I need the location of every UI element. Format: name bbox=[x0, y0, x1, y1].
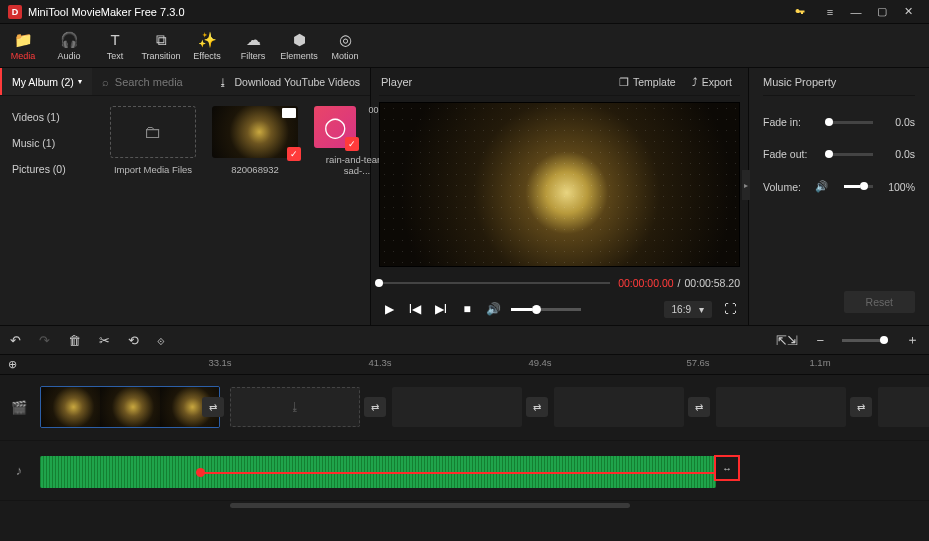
player-seekbar[interactable]: 00:00:00.00 / 00:00:58.20 bbox=[379, 273, 740, 293]
sidebar-item-videos[interactable]: Videos (1) bbox=[0, 104, 100, 130]
download-youtube-button[interactable]: ⭳Download YouTube Videos bbox=[208, 76, 370, 88]
media-panel: My Album (2)▾ ⌕Search media ⭳Download Yo… bbox=[0, 68, 370, 325]
panel-collapse-button[interactable]: ▸ bbox=[742, 170, 750, 200]
empty-clip-slot[interactable] bbox=[554, 387, 684, 427]
transition-slot[interactable]: ⇄ bbox=[364, 397, 386, 417]
volume-prop-slider[interactable] bbox=[844, 185, 873, 188]
layers-icon: ❐ bbox=[619, 76, 629, 88]
titlebar: D MiniTool MovieMaker Free 7.3.0 ≡ — ▢ ✕ bbox=[0, 0, 929, 24]
properties-panel: Music Property Fade in: 0.0s Fade out: 0… bbox=[749, 68, 929, 325]
video-clip[interactable] bbox=[40, 386, 220, 428]
transition-slot[interactable]: ⇄ bbox=[688, 397, 710, 417]
prev-frame-button[interactable]: I◀ bbox=[407, 302, 423, 316]
undo-button[interactable]: ↶ bbox=[10, 333, 21, 348]
search-icon: ⌕ bbox=[102, 76, 109, 88]
volume-row: Volume: 🔊 100% bbox=[763, 180, 915, 193]
transition-slot[interactable]: ⇄ bbox=[202, 397, 224, 417]
tab-filters[interactable]: ☁Filters bbox=[230, 24, 276, 67]
timeline-fit-button[interactable]: ⇱⇲ bbox=[776, 333, 798, 348]
scrollbar-thumb[interactable] bbox=[230, 503, 630, 508]
next-frame-button[interactable]: ▶I bbox=[433, 302, 449, 316]
menu-icon[interactable]: ≡ bbox=[817, 0, 843, 24]
timeline-scrollbar[interactable] bbox=[0, 501, 929, 509]
split-button[interactable]: ✂ bbox=[99, 333, 110, 348]
zoom-slider[interactable] bbox=[842, 339, 888, 342]
video-preview[interactable] bbox=[379, 102, 740, 267]
folder-icon: 🗀 bbox=[144, 122, 162, 143]
sidebar-item-music[interactable]: Music (1) bbox=[0, 130, 100, 156]
audio-track-icon: ♪ bbox=[0, 463, 38, 478]
audio-clip[interactable] bbox=[40, 456, 716, 488]
add-marker-button[interactable]: ⊕ bbox=[8, 358, 17, 371]
tab-transition[interactable]: ⧉Transition bbox=[138, 24, 184, 67]
transition-slot[interactable]: ⇄ bbox=[850, 397, 872, 417]
tab-audio[interactable]: 🎧Audio bbox=[46, 24, 92, 67]
seek-track[interactable] bbox=[379, 282, 610, 284]
media-thumbnails: 🗀 Import Media Files ✓ 820068932 ◯00:58 … bbox=[100, 96, 370, 325]
sidebar-item-pictures[interactable]: Pictures (0) bbox=[0, 156, 100, 182]
export-icon: ⤴ bbox=[692, 76, 698, 88]
camera-icon bbox=[282, 108, 296, 118]
play-button[interactable]: ▶ bbox=[381, 302, 397, 316]
tab-effects[interactable]: ✨Effects bbox=[184, 24, 230, 67]
key-icon[interactable] bbox=[787, 0, 813, 24]
timeline-ruler[interactable]: ⊕ 33.1s 41.3s 49.4s 57.6s 1.1m bbox=[0, 355, 929, 375]
tab-media[interactable]: 📁Media bbox=[0, 24, 46, 67]
tab-motion[interactable]: ◎Motion bbox=[322, 24, 368, 67]
close-button[interactable]: ✕ bbox=[895, 0, 921, 24]
reset-button[interactable]: Reset bbox=[844, 291, 915, 313]
media-header: My Album (2)▾ ⌕Search media ⭳Download Yo… bbox=[0, 68, 370, 96]
chevron-down-icon: ▾ bbox=[78, 77, 82, 86]
tab-elements[interactable]: ⬢Elements bbox=[276, 24, 322, 67]
main-toolbar: 📁Media 🎧Audio TText ⧉Transition ✨Effects… bbox=[0, 24, 929, 68]
check-icon: ✓ bbox=[345, 137, 359, 151]
stop-button[interactable]: ■ bbox=[459, 302, 475, 316]
empty-clip-slot[interactable] bbox=[716, 387, 846, 427]
clip-trim-handle[interactable]: ↔ bbox=[714, 455, 740, 481]
audio-track: ♪ ↔ bbox=[0, 441, 929, 501]
aspect-ratio-select[interactable]: 16:9▾ bbox=[664, 301, 712, 318]
template-button[interactable]: ❐Template bbox=[611, 76, 684, 88]
media-item-audio[interactable]: ◯00:58 ✓ rain-and-tears-sad-... bbox=[314, 106, 356, 176]
empty-clip-slot[interactable]: ⭳ bbox=[230, 387, 360, 427]
motion-icon: ◎ bbox=[339, 31, 352, 49]
empty-clip-slot[interactable] bbox=[392, 387, 522, 427]
maximize-button[interactable]: ▢ bbox=[869, 0, 895, 24]
import-media-tile[interactable]: 🗀 Import Media Files bbox=[110, 106, 196, 176]
media-item-video[interactable]: ✓ 820068932 bbox=[212, 106, 298, 176]
time-sep: / bbox=[678, 277, 681, 289]
crop-button[interactable]: ⟐ bbox=[157, 333, 165, 348]
tab-text[interactable]: TText bbox=[92, 24, 138, 67]
speed-button[interactable]: ⟲ bbox=[128, 333, 139, 348]
zoom-out-button[interactable]: − bbox=[816, 333, 824, 348]
time-total: 00:00:58.20 bbox=[685, 277, 740, 289]
redo-button[interactable]: ↷ bbox=[39, 333, 50, 348]
fade-line bbox=[200, 472, 716, 474]
video-track: 🎬 ⇄ ⭳ ⇄ ⇄ ⇄ ⇄ bbox=[0, 375, 929, 441]
fade-in-slider[interactable] bbox=[825, 121, 873, 124]
volume-icon[interactable]: 🔊 bbox=[485, 302, 501, 316]
audio-track-content[interactable]: ↔ bbox=[38, 441, 929, 500]
app-logo: D bbox=[8, 5, 22, 19]
album-tab[interactable]: My Album (2)▾ bbox=[0, 68, 92, 95]
download-icon: ⭳ bbox=[218, 76, 229, 88]
empty-clip-slot[interactable] bbox=[878, 387, 929, 427]
player-panel: Player ❐Template ⤴Export 00:00:00.00 / 0… bbox=[370, 68, 749, 325]
main-area: My Album (2)▾ ⌕Search media ⭳Download Yo… bbox=[0, 68, 929, 325]
zoom-in-button[interactable]: ＋ bbox=[906, 331, 919, 349]
player-title: Player bbox=[379, 76, 611, 88]
fade-handle[interactable] bbox=[196, 468, 205, 477]
check-icon: ✓ bbox=[287, 147, 301, 161]
minimize-button[interactable]: — bbox=[843, 0, 869, 24]
speaker-icon[interactable]: 🔊 bbox=[815, 180, 828, 193]
download-icon: ⭳ bbox=[289, 400, 301, 414]
volume-slider[interactable] bbox=[511, 308, 581, 311]
fade-out-slider[interactable] bbox=[825, 153, 873, 156]
transition-slot[interactable]: ⇄ bbox=[526, 397, 548, 417]
video-track-content[interactable]: ⇄ ⭳ ⇄ ⇄ ⇄ ⇄ bbox=[38, 375, 929, 440]
filters-icon: ☁ bbox=[246, 31, 261, 49]
search-input[interactable]: ⌕Search media bbox=[92, 76, 209, 88]
fullscreen-button[interactable]: ⛶ bbox=[722, 302, 738, 316]
delete-button[interactable]: 🗑 bbox=[68, 333, 81, 348]
export-button[interactable]: ⤴Export bbox=[684, 76, 740, 88]
